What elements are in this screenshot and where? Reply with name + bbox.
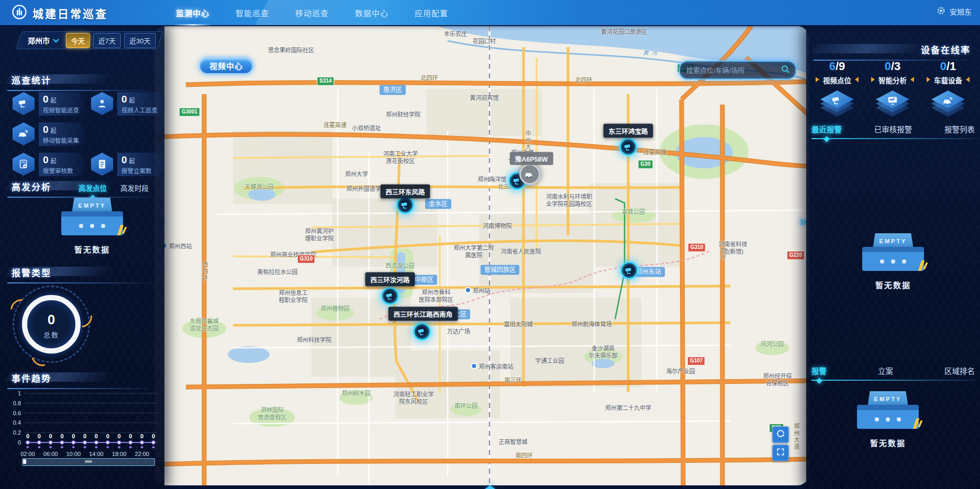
monitor-icon: [874, 88, 911, 119]
collapse-right-icon[interactable]: »: [799, 214, 807, 228]
case-tab[interactable]: 报警: [811, 365, 827, 376]
city-select-value: 郑州市: [28, 35, 50, 46]
alarms-empty-state: EMPTY 暂无数据: [854, 233, 932, 290]
svg-text:0.8: 0.8: [13, 400, 21, 406]
user-name[interactable]: 安旭东: [950, 6, 972, 17]
stat-label: 移动智能采集: [43, 136, 82, 144]
fullscreen-button[interactable]: [772, 445, 789, 461]
slider-grip[interactable]: [85, 460, 92, 463]
case-tab[interactable]: 区域排名: [944, 365, 975, 376]
empty-box-icon: [857, 405, 919, 429]
svg-text:0.2: 0.2: [13, 429, 21, 436]
camera-marker[interactable]: [413, 323, 431, 340]
road-tooltip: 东三环鸿宝路: [603, 124, 653, 138]
cctv-icon: [13, 92, 35, 115]
online-label: 车载设备: [927, 75, 970, 85]
spark-icon: [913, 418, 919, 429]
camera-marker[interactable]: [396, 196, 414, 214]
event-trend-header: 事件趋势: [0, 371, 164, 387]
range-filter-chip[interactable]: 近7天: [93, 33, 121, 48]
case-tabs: 报警立案区域排名: [811, 365, 975, 376]
audit-icon: [13, 153, 35, 176]
empty-box-icon: [61, 211, 123, 235]
refresh-button[interactable]: [772, 426, 789, 443]
svg-text:06:00: 06:00: [43, 451, 58, 457]
online-value: 0/3: [865, 60, 920, 73]
svg-text:0: 0: [49, 433, 52, 439]
svg-text:0: 0: [60, 433, 63, 439]
svg-text:0: 0: [83, 433, 86, 439]
svg-text:0.6: 0.6: [13, 410, 21, 416]
trend-zoom-slider[interactable]: [22, 458, 155, 466]
nav-item[interactable]: 数据中心: [352, 7, 392, 18]
slider-handle[interactable]: [23, 459, 26, 464]
stat-label: 视频人工巡查: [121, 106, 160, 114]
svg-text:0: 0: [38, 433, 41, 439]
alarm-type-gauge: 0 总数: [17, 290, 86, 359]
patrol-stat-item: 0起 视频智能巡查: [13, 92, 85, 115]
empty-text: 暂无数据: [849, 437, 927, 448]
range-filter-chip[interactable]: 近30天: [124, 33, 155, 48]
map-canvas[interactable]: 思念果岭国际社区丰乐农庄花园口村黄河花园口旅游区黄河惠济区北四环北四环黄河迎宾馆…: [154, 26, 809, 485]
svg-text:18:00: 18:00: [112, 451, 127, 457]
svg-text:10:00: 10:00: [66, 451, 81, 457]
alarm-tab[interactable]: 已审核报警: [874, 123, 912, 134]
video-center-button[interactable]: 视频中心: [199, 58, 253, 74]
vehicle-marker[interactable]: [519, 164, 540, 185]
patrol-stats-header: 巡查统计: [0, 73, 164, 89]
range-filter-chip[interactable]: 今天: [66, 33, 90, 48]
gear-icon[interactable]: [937, 6, 945, 17]
user-menu[interactable]: 安旭东: [937, 6, 972, 17]
alarm-tab[interactable]: 最近报警: [811, 123, 842, 134]
svg-text:1: 1: [18, 390, 21, 396]
filter-bar: 郑州市 今天近7天近30天: [16, 31, 163, 49]
hotspot-title: 高发分析: [12, 180, 51, 193]
stat-unit: 起: [51, 128, 57, 134]
cctv-icon: [819, 88, 855, 119]
search-icon[interactable]: [781, 64, 790, 76]
device-online-header: 设备在线率: [806, 43, 980, 59]
online-label: 智能分析: [871, 75, 914, 85]
hotspot-tab[interactable]: 高发时段: [120, 183, 149, 193]
camera-marker[interactable]: [620, 261, 638, 279]
search-input[interactable]: [685, 66, 781, 75]
empty-text: 暂无数据: [854, 279, 932, 290]
car-icon: [13, 122, 35, 145]
alarm-tab[interactable]: 报警列表: [944, 123, 975, 134]
camera-marker[interactable]: [619, 138, 637, 156]
hotspot-tabs: 高发点位高发时段: [79, 183, 149, 193]
city-select[interactable]: 郑州市: [28, 35, 59, 46]
stat-value: 0: [121, 154, 127, 165]
nav-item[interactable]: 移动巡查: [292, 7, 332, 18]
app-logo-icon: [12, 4, 27, 22]
hotspot-empty-state: EMPTY 暂无数据: [53, 198, 131, 255]
car-icon: [930, 88, 966, 119]
event-trend-chart: 00.20.40.60.81002:000006:000010:000014:0…: [4, 388, 161, 470]
empty-box-icon: [862, 247, 924, 271]
stat-value: 0: [43, 124, 49, 135]
file-icon: [91, 153, 113, 176]
svg-text:0: 0: [95, 433, 98, 439]
stat-value: 0: [43, 94, 49, 105]
stat-unit: 起: [51, 158, 57, 164]
main-nav: 监测中心智能巡查移动巡查数据中心应用配置: [173, 0, 451, 25]
svg-text:0: 0: [106, 433, 109, 439]
map-search[interactable]: [679, 61, 796, 79]
refresh-icon: [776, 429, 785, 440]
road-tooltip: 西三环东风路: [380, 185, 430, 199]
camera-marker[interactable]: [381, 287, 399, 305]
svg-text:0: 0: [117, 433, 120, 439]
svg-text:0: 0: [72, 433, 75, 439]
online-label: 视频点位: [816, 75, 859, 85]
right-panel: 设备在线率 6/9 视频点位 0/3 智能分析 0/1 车载设备 最近报警已审核…: [806, 25, 980, 489]
stat-label: 视频智能巡查: [43, 106, 82, 114]
case-tab[interactable]: 立案: [878, 365, 893, 376]
nav-item[interactable]: 智能巡查: [232, 7, 272, 18]
range-filter-group: 今天近7天近30天: [64, 33, 158, 48]
hotspot-tab[interactable]: 高发点位: [79, 183, 107, 193]
nav-item[interactable]: 应用配置: [411, 7, 451, 18]
patrol-stat-item: 0起 视频人工巡查: [91, 92, 163, 115]
map-base-art: [154, 26, 809, 485]
road-tooltip: 西三环长江路西南角: [388, 307, 458, 321]
nav-item[interactable]: 监测中心: [173, 7, 213, 18]
